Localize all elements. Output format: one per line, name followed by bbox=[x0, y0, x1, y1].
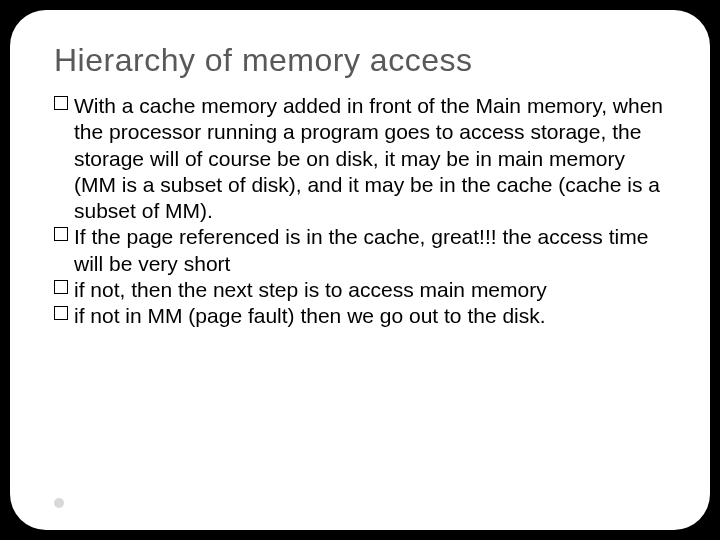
bullet-square-icon bbox=[54, 96, 68, 110]
slide-content: With a cache memory added in front of th… bbox=[54, 93, 666, 329]
slide-frame: Hierarchy of memory access With a cache … bbox=[10, 10, 710, 530]
bullet-square-icon bbox=[54, 227, 68, 241]
bullet-3: if not, then the next step is to access … bbox=[54, 277, 666, 303]
footer-dot-icon bbox=[54, 498, 64, 508]
bullet-square-icon bbox=[54, 306, 68, 320]
bullet-3-text: if not, then the next step is to access … bbox=[74, 278, 547, 301]
bullet-1-text: With a cache memory added in front of th… bbox=[74, 94, 663, 222]
bullet-square-icon bbox=[54, 280, 68, 294]
bullet-2: If the page referenced is in the cache, … bbox=[54, 224, 666, 277]
bullet-4-text: if not in MM (page fault) then we go out… bbox=[74, 304, 546, 327]
bullet-1: With a cache memory added in front of th… bbox=[54, 93, 666, 224]
slide-title: Hierarchy of memory access bbox=[54, 42, 666, 79]
bullet-2-text: If the page referenced is in the cache, … bbox=[74, 225, 648, 274]
bullet-4: if not in MM (page fault) then we go out… bbox=[54, 303, 666, 329]
